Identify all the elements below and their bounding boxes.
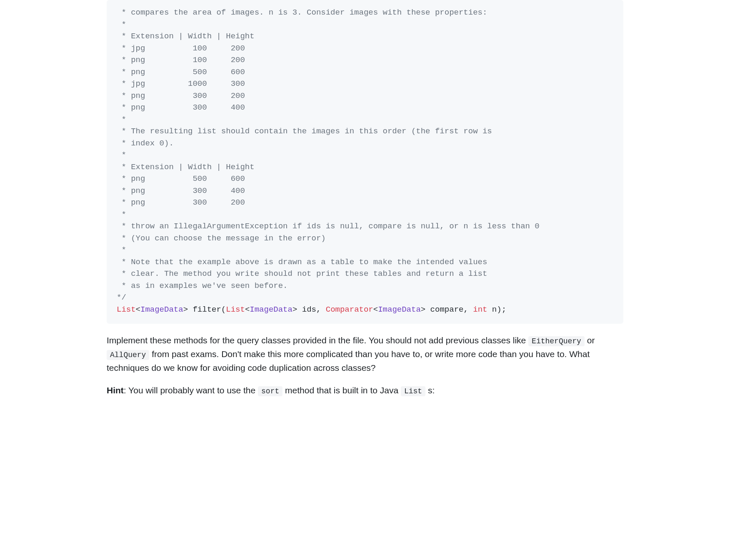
inline-code: AllQuery <box>107 350 149 360</box>
comment-line: * (You can choose the message in the err… <box>117 234 326 243</box>
text: : You will probably want to use the <box>124 385 258 395</box>
space <box>188 305 192 314</box>
text: from past exams. Don't make this more co… <box>107 349 590 372</box>
comment-block: * compares the area of images. n is 3. C… <box>117 7 613 304</box>
angle-close: > <box>292 305 297 314</box>
comment-line: * <box>117 245 126 255</box>
comment-line: * png 300 200 <box>117 198 245 207</box>
comment-line: * <box>117 150 126 160</box>
generic-token: ImageData <box>140 305 183 314</box>
comment-line: * png 100 200 <box>117 55 245 65</box>
angle-open: < <box>245 305 250 314</box>
arg-token: compare, <box>425 305 473 314</box>
comment-line: * throw an IllegalArgumentException if i… <box>117 222 540 231</box>
angle-close: > <box>421 305 425 314</box>
arg-token: ids, <box>297 305 325 314</box>
text: or <box>585 335 595 345</box>
comment-line: * png 300 200 <box>117 91 245 100</box>
generic-token: ImageData <box>378 305 421 314</box>
comment-line: * <box>117 115 126 124</box>
method-signature: List<ImageData> filter(List<ImageData> i… <box>117 304 613 316</box>
arg-token: n); <box>487 305 506 314</box>
inline-code: List <box>401 386 425 396</box>
comment-line: * Extension | Width | Height <box>117 32 255 41</box>
instruction-paragraph: Implement these methods for the query cl… <box>107 334 623 375</box>
angle-open: < <box>373 305 378 314</box>
comment-line: * compares the area of images. n is 3. C… <box>117 8 487 17</box>
hint-label: Hint <box>107 385 124 395</box>
comment-line: * The resulting list should contain the … <box>117 127 492 136</box>
comment-line: * <box>117 210 126 219</box>
angle-open: < <box>136 305 140 314</box>
text: Implement these methods for the query cl… <box>107 335 528 345</box>
comment-line: * clear. The method you write should not… <box>117 269 487 278</box>
type-token: List <box>226 305 245 314</box>
angle-close: > <box>183 305 188 314</box>
inline-code: sort <box>258 386 282 396</box>
comment-line: * Note that the example above is drawn a… <box>117 258 487 267</box>
comment-line: * jpg 100 200 <box>117 44 245 53</box>
comment-line: * png 500 600 <box>117 68 245 77</box>
type-token: List <box>117 305 136 314</box>
comment-line: * png 500 600 <box>117 174 245 183</box>
comment-line: * <box>117 20 126 29</box>
comment-line: * png 300 400 <box>117 186 245 195</box>
text: s: <box>425 385 435 395</box>
type-token: Comparator <box>326 305 373 314</box>
hint-paragraph: Hint: You will probably want to use the … <box>107 384 623 398</box>
generic-token: ImageData <box>250 305 292 314</box>
comment-line: */ <box>117 293 126 302</box>
comment-line: * index 0). <box>117 139 174 148</box>
inline-code: EitherQuery <box>528 336 585 346</box>
comment-line: * Extension | Width | Height <box>117 162 255 172</box>
comment-line: * png 300 400 <box>117 103 245 112</box>
keyword-token: int <box>473 305 487 314</box>
text: method that is built in to Java <box>282 385 401 395</box>
comment-line: * as in examples we've seen before. <box>117 281 288 290</box>
comment-line: * jpg 1000 300 <box>117 79 245 88</box>
method-name: filter( <box>192 305 226 314</box>
code-block: * compares the area of images. n is 3. C… <box>107 0 623 324</box>
